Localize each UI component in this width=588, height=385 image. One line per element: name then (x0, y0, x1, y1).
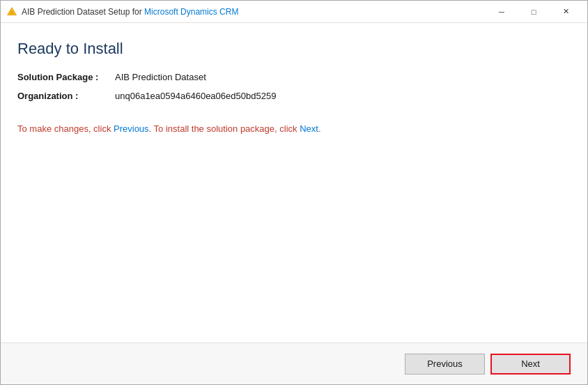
title-bar: AIB Prediction Dataset Setup for Microso… (1, 1, 587, 23)
footer: Previous Next (1, 342, 587, 384)
app-window: AIB Prediction Dataset Setup for Microso… (0, 0, 588, 385)
close-button[interactable]: ✕ (550, 1, 582, 23)
previous-link[interactable]: Previous (114, 123, 149, 134)
title-bar-text: AIB Prediction Dataset Setup for Microso… (22, 7, 486, 17)
minimize-button[interactable]: ─ (486, 1, 518, 23)
content-area: Ready to Install Solution Package : AIB … (1, 23, 587, 342)
next-button[interactable]: Next (490, 354, 571, 375)
instruction-text: To make changes, click Previous. To inst… (17, 123, 571, 134)
content-spacer (17, 134, 571, 331)
page-title: Ready to Install (17, 40, 571, 58)
next-link[interactable]: Next (300, 123, 318, 134)
previous-button[interactable]: Previous (405, 354, 485, 375)
maximize-button[interactable]: □ (518, 1, 550, 23)
window-controls: ─ □ ✕ (486, 1, 582, 23)
solution-package-label: Solution Package : (17, 72, 115, 82)
app-icon (6, 6, 17, 17)
organization-label: Organization : (17, 91, 115, 101)
solution-package-value: AIB Prediction Dataset (115, 72, 571, 82)
info-grid: Solution Package : AIB Prediction Datase… (17, 72, 571, 101)
organization-value: unq06a1ea0594a6460ea06ed50bd5259 (115, 91, 571, 101)
